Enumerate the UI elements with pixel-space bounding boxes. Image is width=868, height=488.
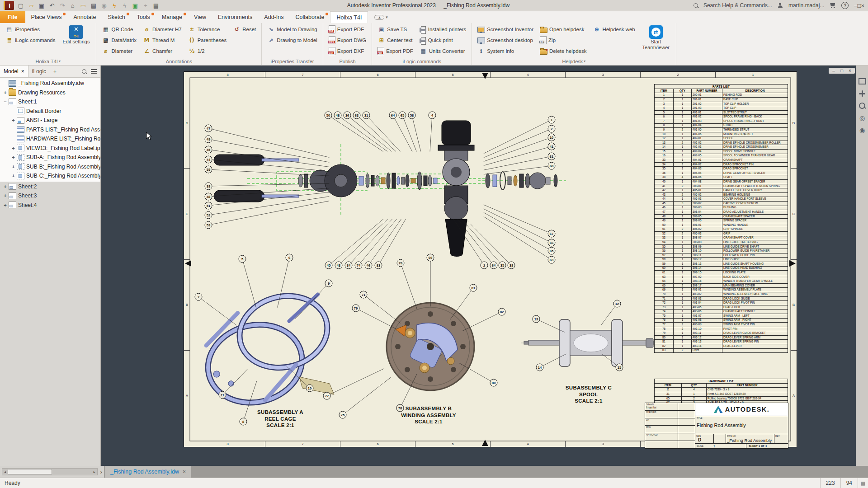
tree-item-sheet-4[interactable]: +Sheet:4 bbox=[0, 201, 100, 210]
balloon-item-8[interactable]: 8 bbox=[240, 418, 247, 426]
ribbon-group-label[interactable]: Annotations bbox=[96, 57, 261, 65]
table-row[interactable]: 21201-01BASE CLIP bbox=[655, 98, 788, 102]
table-row[interactable]: 791403-11DRAG LEVER GUIDE BRACKET bbox=[655, 331, 788, 336]
iproperties-button[interactable]: ▤iProperties bbox=[3, 24, 58, 35]
table-row[interactable]: 691403-01WINDING ASSEMBLY PLATE bbox=[655, 288, 788, 292]
table-row[interactable]: 662308-17MAIN BEARING COVER bbox=[655, 283, 788, 288]
tab-model[interactable]: Model× bbox=[0, 66, 28, 77]
restore-document-button[interactable]: □ bbox=[838, 68, 845, 73]
tab-manage[interactable]: Manage bbox=[156, 11, 188, 23]
table-row[interactable]: 512406-02GRIP SPINDLE bbox=[655, 227, 788, 232]
balloon-item-48[interactable]: 48 bbox=[205, 193, 212, 201]
table-row[interactable]: 581308-12LINE GUIDE bbox=[655, 258, 788, 262]
table-row[interactable]: 541308-08LINE GUIDE TAIL BUSING bbox=[655, 240, 788, 245]
minimize-document-button[interactable]: – bbox=[830, 68, 837, 73]
table-row[interactable]: 481308-05CRANKSHAFT SPACER bbox=[655, 214, 788, 219]
balloon-item-63[interactable]: 63 bbox=[548, 256, 556, 264]
tab-environments[interactable]: Environments bbox=[212, 11, 258, 23]
table-row[interactable]: 652Rolling bearing 700008 S723 GB/T 292-… bbox=[655, 396, 788, 401]
table-row[interactable]: 591308-13LINE GUIDE SHAFT HOUSING bbox=[655, 262, 788, 267]
document-tab[interactable]: _Fishing Rod Assembly.idw × bbox=[105, 466, 191, 479]
delete-helpdesk-button[interactable]: Delete helpdesk bbox=[537, 46, 589, 56]
new-file-icon[interactable]: ▢ bbox=[17, 2, 24, 9]
balloon-item-9[interactable]: 9 bbox=[325, 280, 333, 287]
balloon-item-55[interactable]: 55 bbox=[205, 166, 212, 174]
scroll-left-icon[interactable]: ◄ bbox=[2, 470, 8, 474]
measure-icon[interactable]: ▭ bbox=[80, 2, 87, 9]
quick-print-button[interactable]: Quick print bbox=[417, 35, 469, 46]
tree-item-sheet-3[interactable]: +Sheet:3 bbox=[0, 191, 100, 201]
collapse-icon[interactable]: − bbox=[2, 99, 9, 104]
balloon-item-75[interactable]: 75 bbox=[339, 411, 347, 419]
table-row[interactable]: 782403-10PIVOT PIN bbox=[655, 327, 788, 331]
table-row[interactable]: 101401-06MOUNTING BRACKET bbox=[655, 132, 788, 136]
table-row[interactable]: 361404-04DRIVE GEAR OFFSET SPACER bbox=[655, 171, 788, 175]
table-row[interactable]: 71401-03SPOOL FRAME RING - FRONT bbox=[655, 119, 788, 123]
balloon-item-77[interactable]: 77 bbox=[323, 392, 331, 400]
balloon-item-65[interactable]: 65 bbox=[548, 247, 556, 255]
units-converter-button[interactable]: ▦Units Converter bbox=[417, 46, 469, 56]
balloon-item-38[interactable]: 38 bbox=[205, 183, 212, 190]
table-row[interactable]: 561308-10FOLLOWER GUIDE PIN RETAINER bbox=[655, 249, 788, 253]
add-tab-button[interactable]: + bbox=[50, 66, 60, 77]
scroll-right-icon[interactable]: ► bbox=[92, 470, 97, 474]
balloon-item-64[interactable]: 64 bbox=[490, 262, 498, 269]
table-row[interactable]: 132402-02DRIVE SPINDLE CROSSMEMBER ROLLE… bbox=[655, 141, 788, 145]
save-icon[interactable]: ▣ bbox=[38, 2, 45, 9]
save-ts-button[interactable]: ▣Save TS bbox=[375, 24, 415, 35]
balloon-item-45[interactable]: 45 bbox=[205, 146, 212, 154]
tab-sketch[interactable]: Sketch bbox=[102, 11, 131, 23]
table-row[interactable]: 731403-05DRAG LOCK bbox=[655, 305, 788, 310]
chamfer-button[interactable]: ∠Chamfer bbox=[140, 46, 184, 56]
table-row[interactable]: 51401-01SLOTTED STRUT bbox=[655, 110, 788, 115]
zoom-icon[interactable] bbox=[858, 102, 866, 110]
table-row[interactable]: 11200-01FISHING ROD bbox=[655, 93, 788, 98]
parentheses-button[interactable]: ()Parentheses bbox=[185, 35, 230, 46]
table-row[interactable]: 432405-02BEARING HOUSING bbox=[655, 192, 788, 197]
balloon-item-10[interactable]: 10 bbox=[306, 385, 314, 392]
balloon-item-71[interactable]: 71 bbox=[360, 291, 368, 299]
balloon-item-81[interactable]: 81 bbox=[470, 284, 477, 292]
expand-icon[interactable]: + bbox=[10, 173, 17, 178]
table-row[interactable]: 31201-02TOP CLIP HOLDER bbox=[655, 102, 788, 106]
balloon-item-66[interactable]: 66 bbox=[548, 239, 556, 247]
minimize-button[interactable]: – bbox=[854, 2, 857, 9]
balloon-item-13[interactable]: 13 bbox=[533, 315, 540, 323]
table-row[interactable]: 531308-07CRANKSHAFT COVER bbox=[655, 236, 788, 240]
drawing-sheet[interactable]: 87654321 87654321 DCBA DCBA PARTS LISTIT… bbox=[184, 71, 797, 447]
ilogic-trigger-icon[interactable]: ϟ bbox=[111, 2, 118, 9]
tree-item-parts-list-fishing-rod-assembly[interactable]: PARTS LIST:_Fishing Rod Assembly. bbox=[0, 125, 100, 135]
balloon-item-68[interactable]: 68 bbox=[548, 162, 556, 170]
print-icon[interactable]: ▤ bbox=[90, 2, 97, 9]
installed-printers-button[interactable]: Installed printers bbox=[417, 24, 469, 35]
balloon-item-12[interactable]: 12 bbox=[613, 300, 621, 308]
balloon-item-45[interactable]: 45 bbox=[325, 262, 333, 269]
table-row[interactable]: 311Rivet A 1.4x2 GOST 12639-80 bbox=[655, 392, 788, 397]
reset-button[interactable]: ↺Reset bbox=[230, 24, 259, 35]
table-row[interactable]: 151402-04SPOOL DRIVE SPINDLE bbox=[655, 149, 788, 154]
parts-list-table[interactable]: PARTS LISTITEMQTYPART NUMBERDESCRIPTION1… bbox=[654, 84, 788, 353]
ribbon-group-label[interactable]: iProperties Transfer bbox=[262, 57, 322, 65]
ribbon-collapse-button[interactable]: ▲▾ bbox=[374, 11, 387, 23]
table-row[interactable]: 471308-04DRAG ADJUSTMENT HANDLE bbox=[655, 210, 788, 215]
tab-add-ins[interactable]: Add-Ins bbox=[258, 11, 289, 23]
start-teamviewer-button[interactable]: ⇄StartTeamViewer bbox=[639, 24, 673, 51]
table-row[interactable]: 81401-04STRUT bbox=[655, 123, 788, 128]
table-row[interactable]: 491308-06SPRING SPACER bbox=[655, 219, 788, 223]
balloon-item-74[interactable]: 74 bbox=[355, 262, 363, 269]
table-row[interactable]: 161402-05SPOOL TO WINDER TRANSFER GEAR bbox=[655, 154, 788, 158]
expand-icon[interactable]: + bbox=[10, 164, 17, 169]
screenshot-desktop-button[interactable]: Screenshot desktop bbox=[475, 35, 536, 46]
export-dwg-button[interactable]: DWGExport DWG bbox=[326, 35, 369, 46]
tree-item-default-border[interactable]: Default Border bbox=[0, 107, 100, 116]
table-row[interactable]: 631407-02BACK SIDE COVER bbox=[655, 275, 788, 279]
table-row[interactable]: 61401-02SPOOL FRAME RING - BACK bbox=[655, 115, 788, 119]
table-row[interactable]: 114CNS 7339 - 3 x 8 bbox=[655, 388, 788, 392]
tree-item-hardware-list-fishing-rod-asse[interactable]: HARDWARE LIST:_Fishing Rod Asse bbox=[0, 134, 100, 144]
table-row[interactable]: 121402-01SPOOL bbox=[655, 136, 788, 141]
view-caption-subassembly-b[interactable]: SUBASSEMBLY BWINDING ASSEMBLYSCALE 2:1 bbox=[401, 405, 456, 425]
balloon-item-41[interactable]: 41 bbox=[548, 143, 556, 150]
table-row[interactable]: 141402-03DRIVE SPINDLE CROSSMEMBER bbox=[655, 145, 788, 150]
table-row[interactable]: 453308-02CAPTIVE COVER SCREW bbox=[655, 201, 788, 206]
balloon-item-69[interactable]: 69 bbox=[427, 254, 434, 262]
